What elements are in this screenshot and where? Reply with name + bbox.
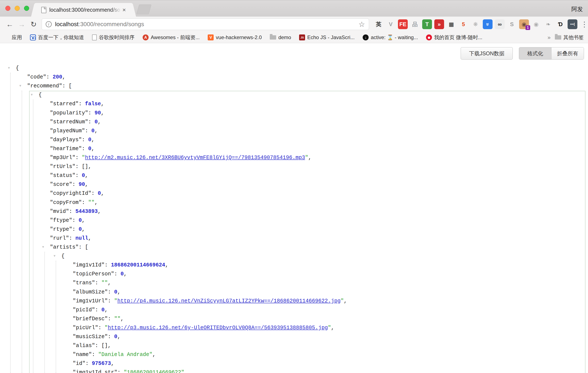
page-icon xyxy=(92,34,97,40)
json-string: "" xyxy=(101,280,108,286)
json-punct: , xyxy=(91,137,94,143)
json-key: "img1v1Id" xyxy=(73,262,105,268)
json-punct: , xyxy=(331,325,334,331)
zoom-window-button[interactable] xyxy=(24,6,29,11)
bookmark-item[interactable]: ↓active: ⌛ - waiting... xyxy=(363,34,418,40)
json-line: ▼{ xyxy=(0,64,588,73)
json-punct: : [], xyxy=(75,163,91,170)
site-info-icon[interactable]: i xyxy=(46,21,52,27)
close-window-button[interactable] xyxy=(5,6,10,11)
json-punct: , xyxy=(85,172,88,179)
json-link[interactable]: http://p4.music.126.net/VnZiScyynLG7atLI… xyxy=(117,298,341,304)
fe-toolbox-extension-icon[interactable]: FE xyxy=(398,19,408,29)
address-bar[interactable]: i localhost:3000/recommend/songs ☆ xyxy=(42,19,369,30)
vue-devtools-extension-icon[interactable]: V xyxy=(386,19,396,29)
json-line: "status": 0, xyxy=(0,171,588,180)
json-punct: : xyxy=(72,181,79,188)
bookmark-item[interactable]: 应用 xyxy=(4,34,22,41)
profile-name[interactable]: 阿发 xyxy=(571,5,583,13)
sitemap-extension-icon-glyph: 品 xyxy=(412,21,418,28)
json-line: "rtype": 0, xyxy=(0,225,588,234)
bookmark-label: demo xyxy=(278,34,291,40)
d-extension-icon[interactable]: Ɗ xyxy=(556,19,565,29)
green-shield-extension-icon[interactable]: T xyxy=(422,19,432,29)
proxy-mask-extension-icon[interactable]: ∞ xyxy=(495,19,505,29)
json-string: "18686200114669622" xyxy=(124,369,184,373)
collapse-arrow-icon[interactable]: ▼ xyxy=(52,252,57,261)
json-punct: : xyxy=(82,137,88,143)
json-value: 90 xyxy=(94,110,101,116)
json-line: "rtUrls": [], xyxy=(0,162,588,171)
bookmark-item[interactable]: 我的首页 微博-随时... xyxy=(426,34,482,41)
json-key: "musicSize" xyxy=(73,334,108,340)
refresh-icon[interactable]: ↻ xyxy=(28,20,40,29)
bookmark-item[interactable]: JSEcho JS - JavaScri... xyxy=(299,34,355,40)
echojs-icon: JS xyxy=(299,34,305,40)
json-punct: { xyxy=(39,92,42,98)
json-line: "ftype": 0, xyxy=(0,216,588,225)
bookmarks-overflow-icon[interactable]: » xyxy=(548,34,551,41)
json-key: "img1v1Id_str" xyxy=(73,369,117,373)
minimize-window-button[interactable] xyxy=(15,6,20,11)
blue-chevron-extension-icon[interactable]: » xyxy=(483,19,493,29)
json-line: "hearTime": 0, xyxy=(0,144,588,153)
json-key: "artists" xyxy=(50,244,79,250)
new-tab-button[interactable] xyxy=(136,4,151,14)
browser-menu-icon[interactable]: ⋮ xyxy=(581,20,588,29)
sitemap-extension-icon[interactable]: 品 xyxy=(410,19,420,29)
video-speed-extension-icon[interactable]: » xyxy=(434,19,444,29)
json-punct: : xyxy=(91,190,98,196)
onepassword-extension-icon[interactable]: •••| xyxy=(567,19,577,29)
json-punct: , xyxy=(85,181,88,188)
json-value: 18686200114669624 xyxy=(111,262,165,268)
bookmarks-bar: 应用百度一下，你就知道谷歌按时间排序AAwesomes - 前端资...Vvue… xyxy=(0,32,588,43)
collapse-arrow-icon[interactable]: ▼ xyxy=(7,64,11,73)
hummingbird-extension-icon[interactable]: ❧ xyxy=(543,19,553,29)
json-punct: , xyxy=(165,262,168,268)
s-extension-icon-glyph: S xyxy=(510,21,514,28)
bookmark-item[interactable]: Vvue-hackernews-2.0 xyxy=(208,34,262,40)
back-icon[interactable]: ← xyxy=(4,20,16,29)
other-bookmarks-folder[interactable]: 其他书签 xyxy=(555,34,584,41)
json-link[interactable]: http://p3.music.126.net/6y-UleORITEDbvrO… xyxy=(108,325,328,331)
json-value: 0 xyxy=(121,271,124,277)
json-punct: : xyxy=(85,128,91,134)
json-punct: : xyxy=(75,155,82,161)
translate-extension-icon[interactable]: 英 xyxy=(374,19,384,29)
html5-player-extension-icon[interactable]: 5 xyxy=(459,19,468,29)
bookmark-item[interactable]: demo xyxy=(270,34,291,40)
json-link[interactable]: http://m2.music.126.net/3XR6BU6yvtyVmFE8… xyxy=(85,155,305,161)
json-value: 5443893 xyxy=(75,208,98,214)
collapse-arrow-icon[interactable]: ▼ xyxy=(18,82,22,91)
json-value: 0 xyxy=(114,334,117,340)
bookmark-item[interactable]: AAwesomes - 前端资... xyxy=(143,34,200,41)
s-extension-icon[interactable]: S xyxy=(507,19,517,29)
json-punct: , xyxy=(94,200,98,206)
tab-favicon-page-icon xyxy=(41,7,46,13)
json-line: "id": 975673, xyxy=(0,359,588,368)
url-text[interactable]: localhost:3000/recommend/songs xyxy=(55,21,359,28)
bookmark-item[interactable]: 百度一下，你就知道 xyxy=(30,34,84,41)
tampermonkey-extension-icon[interactable]: ◉1 xyxy=(519,19,529,29)
json-string: "" xyxy=(88,200,94,206)
qrcode-extension-icon[interactable]: ▦ xyxy=(446,19,456,29)
json-punct: , xyxy=(308,155,311,161)
downloader-icon: ↓ xyxy=(363,34,369,40)
collapse-arrow-icon[interactable]: ▼ xyxy=(41,243,45,252)
json-punct: : xyxy=(105,262,111,268)
browser-toolbar: ← → ↻ i localhost:3000/recommend/songs ☆… xyxy=(0,17,588,32)
bookmark-item[interactable]: 谷歌按时间排序 xyxy=(92,34,135,41)
collapse-arrow-icon[interactable]: ▼ xyxy=(30,91,34,99)
browser-tab[interactable]: localhost:3000/recommend/so × xyxy=(36,3,131,17)
tab-close-icon[interactable]: × xyxy=(122,7,126,13)
bookmark-star-icon[interactable]: ☆ xyxy=(359,20,365,29)
hummingbird-extension-icon-glyph: ❧ xyxy=(546,21,551,28)
json-punct: : [ xyxy=(79,244,88,250)
json-punct: , xyxy=(105,307,108,313)
paw-extension-icon[interactable]: ❋ xyxy=(471,19,480,29)
weibo-eye-extension-icon[interactable]: ◉ xyxy=(531,19,541,29)
json-punct: : xyxy=(85,361,92,367)
json-punct: : xyxy=(95,307,101,313)
folder-icon xyxy=(555,35,561,40)
json-punct: : [], xyxy=(95,343,111,349)
